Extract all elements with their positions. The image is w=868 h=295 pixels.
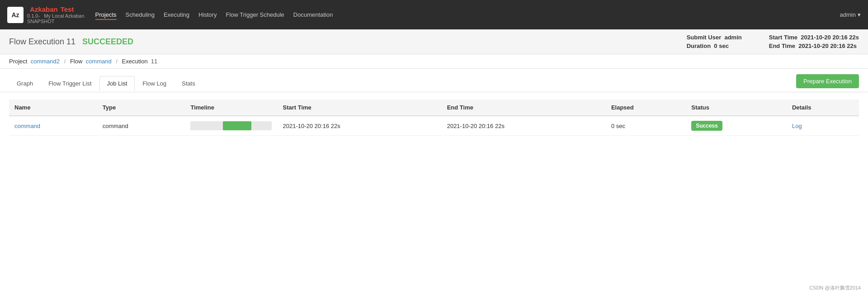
start-time-value: 2021-10-20 20:16 22s [801, 34, 859, 41]
tab-flow-trigger-list[interactable]: Flow Trigger List [41, 76, 99, 90]
end-time-row: End Time 2021-10-20 20:16 22s [769, 43, 859, 49]
brand-tag: Test [61, 5, 74, 13]
brand-version: 0.1.0- My Local Azkaban [27, 13, 85, 19]
end-time-label: End Time [769, 43, 795, 49]
tab-flow-log[interactable]: Flow Log [135, 76, 174, 90]
nav-history[interactable]: History [198, 10, 217, 20]
job-table: Name Type Timeline Start Time End Time E… [9, 100, 859, 136]
job-start-time-cell: 2021-10-20 20:16 22s [277, 116, 441, 136]
status-meta: Submit User admin Duration 0 sec Start T… [687, 34, 859, 49]
table-row: command command 2021-10-20 20:16 22s 202… [9, 116, 859, 136]
navbar: Az AzkabanTest 0.1.0- My Local Azkaban S… [0, 0, 868, 29]
nav-documentation[interactable]: Documentation [293, 10, 333, 20]
col-name: Name [9, 100, 97, 116]
tab-stats[interactable]: Stats [174, 76, 203, 90]
nav-user: admin [840, 11, 856, 18]
timeline-bar-container [190, 121, 272, 130]
nav-user-caret: ▾ [858, 11, 861, 18]
meta-block-left: Submit User admin Duration 0 sec [687, 34, 742, 49]
navbar-left: Az AzkabanTest 0.1.0- My Local Azkaban S… [7, 5, 333, 24]
breadcrumb-sep-2: / [116, 58, 118, 65]
header-row: Name Type Timeline Start Time End Time E… [9, 100, 859, 116]
prepare-execution-button[interactable]: Prepare Execution [796, 74, 859, 88]
job-end-time-cell: 2021-10-20 20:16 22s [442, 116, 606, 136]
brand-logo: Az [7, 7, 24, 23]
tab-graph[interactable]: Graph [9, 76, 41, 90]
duration-label: Duration [687, 43, 711, 49]
job-timeline-cell [185, 116, 277, 136]
col-status: Status [686, 100, 787, 116]
col-end-time: End Time [442, 100, 606, 116]
job-status-cell: Success [686, 116, 787, 136]
brand: Az AzkabanTest 0.1.0- My Local Azkaban S… [7, 5, 85, 24]
duration-row: Duration 0 sec [687, 43, 742, 49]
navbar-right: admin ▾ [840, 11, 861, 18]
timeline-bar [223, 121, 251, 130]
table-body: command command 2021-10-20 20:16 22s 202… [9, 116, 859, 136]
job-log-link[interactable]: Log [792, 123, 802, 129]
brand-snapshot: SNAPSHOT [27, 19, 85, 24]
submit-user-label: Submit User [687, 34, 722, 41]
job-name-cell: command [9, 116, 97, 136]
start-time-label: Start Time [769, 34, 797, 41]
col-timeline: Timeline [185, 100, 277, 116]
breadcrumb-flow-link[interactable]: command [86, 58, 112, 65]
nav-projects[interactable]: Projects [95, 10, 117, 20]
duration-value: 0 sec [714, 43, 729, 49]
table-container: Name Type Timeline Start Time End Time E… [0, 92, 868, 143]
breadcrumb-execution-id: 11 [151, 58, 157, 65]
nav-links: Projects Scheduling Executing History Fl… [95, 10, 333, 20]
breadcrumb-project-label: Project [9, 58, 27, 65]
status-bar: Flow Execution 11 SUCCEEDED Submit User … [0, 29, 868, 54]
breadcrumb-project-link[interactable]: command2 [31, 58, 60, 65]
meta-block-right: Start Time 2021-10-20 20:16 22s End Time… [769, 34, 859, 49]
end-time-value: 2021-10-20 20:16 22s [798, 43, 857, 49]
job-elapsed-cell: 0 sec [606, 116, 686, 136]
nav-scheduling[interactable]: Scheduling [126, 10, 155, 20]
brand-text: AzkabanTest 0.1.0- My Local Azkaban SNAP… [27, 5, 85, 24]
tabs: Graph Flow Trigger List Job List Flow Lo… [9, 76, 203, 90]
col-details: Details [787, 100, 859, 116]
execution-status: SUCCEEDED [82, 37, 133, 46]
status-badge: Success [691, 121, 722, 131]
submit-user-row: Submit User admin [687, 34, 742, 41]
brand-name: AzkabanTest [27, 5, 85, 13]
execution-title-text: Flow Execution 11 [9, 37, 75, 46]
execution-title: Flow Execution 11 SUCCEEDED [9, 37, 133, 47]
tab-job-list[interactable]: Job List [99, 76, 135, 91]
nav-flow-trigger[interactable]: Flow Trigger Schedule [226, 10, 284, 20]
breadcrumb-execution-label: Execution [122, 58, 148, 65]
breadcrumb-flow-label: Flow [70, 58, 82, 65]
col-type: Type [97, 100, 185, 116]
col-start-time: Start Time [277, 100, 441, 116]
brand-name-text: Azkaban [30, 5, 58, 13]
job-details-cell: Log [787, 116, 859, 136]
breadcrumb-bar: Project command2 / Flow command / Execut… [0, 54, 868, 69]
col-elapsed: Elapsed [606, 100, 686, 116]
job-name-link[interactable]: command [14, 123, 40, 129]
start-time-row: Start Time 2021-10-20 20:16 22s [769, 34, 859, 41]
nav-executing[interactable]: Executing [164, 10, 189, 20]
job-type-cell: command [97, 116, 185, 136]
breadcrumb-sep-1: / [64, 58, 66, 65]
brand-version-text: 0.1.0- [27, 13, 40, 19]
table-header: Name Type Timeline Start Time End Time E… [9, 100, 859, 116]
tabs-container: Graph Flow Trigger List Job List Flow Lo… [0, 69, 868, 92]
brand-subtitle: My Local Azkaban [44, 13, 84, 19]
submit-user-value: admin [724, 34, 741, 41]
